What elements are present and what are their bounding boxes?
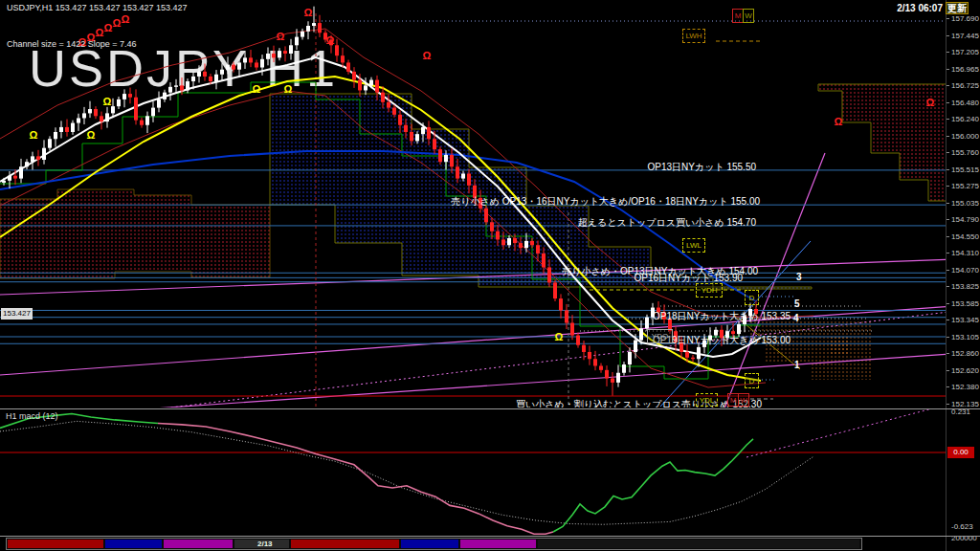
axis-tick xyxy=(947,18,949,19)
price-axis-label: 154.550 xyxy=(951,232,979,241)
session-segment xyxy=(401,540,458,548)
axis-tick xyxy=(947,152,949,153)
axis-tick xyxy=(947,69,949,70)
panel-separator-top[interactable] xyxy=(0,408,980,409)
price-axis-label: 156.965 xyxy=(951,65,979,74)
session-bar: 2/13 xyxy=(6,538,862,550)
price-axis-label: 156.240 xyxy=(951,115,979,123)
price-axis-label: 155.515 xyxy=(951,165,979,174)
price-axis-label: 157.690 xyxy=(951,14,979,23)
price-axis-label: 155.035 xyxy=(951,199,979,208)
update-badge: 更新 xyxy=(946,2,969,14)
update-timestamp: 2/13 06:07更新 xyxy=(897,2,969,15)
price-axis-label: 154.790 xyxy=(951,215,979,224)
channel-info: Channel size = 1422 Slope = 7.46 xyxy=(7,39,137,49)
level-annotation[interactable]: OP16日NYカット 153.90 xyxy=(634,272,743,285)
update-time: 2/13 06:07 xyxy=(897,3,943,13)
level-annotation[interactable]: 売り小さめ OP13・16日NYカット大きめ/OP16・18日NYカット 155… xyxy=(451,195,760,209)
axis-tick xyxy=(947,35,949,36)
marker-box-d[interactable]: D xyxy=(745,290,759,305)
indicator-label: H1 macd (12) xyxy=(6,411,58,421)
price-axis-label: 156.725 xyxy=(951,81,979,90)
axis-tick xyxy=(947,337,949,338)
axis-tick xyxy=(947,52,949,53)
axis-tick xyxy=(947,370,949,371)
axis-tick xyxy=(947,303,949,304)
axis-tick xyxy=(947,119,949,120)
macd-zero-value-box: 0.00 xyxy=(947,447,974,458)
price-axis-label: 153.105 xyxy=(951,333,979,342)
price-axis-label: 157.205 xyxy=(951,48,979,56)
axis-tick xyxy=(947,286,949,287)
marker-box-w[interactable]: W xyxy=(738,393,749,407)
price-axis-label: 152.860 xyxy=(951,349,979,358)
axis-tick xyxy=(947,270,949,271)
price-axis-label: 153.345 xyxy=(951,316,979,324)
level-annotation[interactable]: 買い小さめ・割り込むとストップロス売り小さめ 152.30 xyxy=(516,398,762,408)
axis-tick xyxy=(947,219,949,220)
price-axis-label: 154.310 xyxy=(951,249,979,257)
wave-number: 4 xyxy=(793,313,799,323)
session-date-label: 2/13 xyxy=(257,540,273,548)
session-segment xyxy=(460,540,536,548)
session-segment xyxy=(164,540,233,548)
level-annotation[interactable]: OP13日NYカット 155.50 xyxy=(647,161,756,174)
session-segment xyxy=(538,540,859,548)
session-segment xyxy=(291,540,399,548)
macd-layer xyxy=(0,396,980,534)
marker-box-lwl[interactable]: LWL xyxy=(682,238,705,253)
axis-tick xyxy=(947,353,949,354)
wave-number: 1 xyxy=(794,360,800,370)
wave-number: 5 xyxy=(794,298,800,309)
axis-tick xyxy=(947,386,949,387)
price-axis-label: 152.380 xyxy=(951,383,979,391)
marker-box-ydh[interactable]: YDH xyxy=(696,283,723,298)
ohlc-readout: USDJPY,H1 153.427 153.427 153.427 153.42… xyxy=(7,3,188,12)
macd-line-down xyxy=(158,423,553,534)
axis-tick xyxy=(947,203,949,204)
marker-box-ydl[interactable]: YDL xyxy=(696,393,718,407)
marker-box-lwh[interactable]: LWH xyxy=(682,29,705,43)
level-annotation[interactable]: OP19日NYカット大きめ 153.00 xyxy=(653,334,791,347)
marker-box-d[interactable]: D xyxy=(745,373,759,388)
price-axis-label: 155.275 xyxy=(951,182,979,190)
price-axis[interactable]: 157.690157.445157.205156.965156.725156.4… xyxy=(946,0,980,551)
panel-separator-bottom[interactable] xyxy=(0,536,980,537)
macd-signal-line xyxy=(0,421,813,524)
axis-tick xyxy=(947,253,949,253)
marker-box-ydo[interactable]: YDO xyxy=(647,329,673,343)
price-axis-label: 152.620 xyxy=(951,366,979,375)
axis-tick xyxy=(947,85,949,86)
price-axis-label: 154.070 xyxy=(951,266,979,275)
level-annotation[interactable]: 超えるとストップロス買い小さめ 154.70 xyxy=(578,216,756,230)
marker-box-w[interactable]: W xyxy=(743,9,754,23)
level-annotation[interactable]: OP18日NYカット大きめ 153.35 xyxy=(653,310,791,323)
session-segment xyxy=(8,540,103,548)
axis-tick xyxy=(947,186,949,187)
price-axis-label: 156.480 xyxy=(951,99,979,107)
chart-object-overlay: OP13日NYカット 155.50売り小さめ OP13・16日NYカット大きめ/… xyxy=(0,0,946,408)
axis-tick xyxy=(947,236,949,237)
price-axis-label: 155.760 xyxy=(951,148,979,157)
session-segment xyxy=(105,540,162,548)
axis-tick xyxy=(947,136,949,137)
indicator-axis-label: -0.623 xyxy=(951,522,973,531)
price-axis-label: 153.585 xyxy=(951,299,979,308)
price-axis-label: 157.445 xyxy=(951,32,979,40)
current-price-box: 153.427 xyxy=(1,308,33,320)
axis-tick xyxy=(947,169,949,170)
axis-tick xyxy=(947,102,949,103)
wave-number: 3 xyxy=(796,272,802,282)
axis-tick xyxy=(947,320,949,320)
price-axis-label: 156.000 xyxy=(951,132,979,141)
price-axis-label: 153.825 xyxy=(951,282,979,291)
axis-tick xyxy=(947,404,949,405)
mt4-chart-window: USDJPY H1 ΩΩΩΩΩΩΩΩΩΩΩΩΩΩΩΩΩΩ OP13日NYカット … xyxy=(0,0,980,551)
